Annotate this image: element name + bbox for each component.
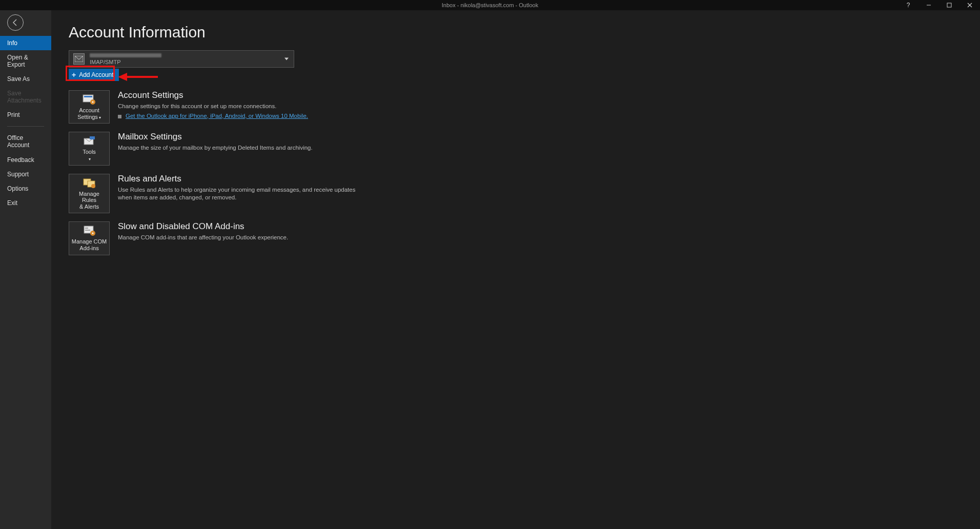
account-settings-tile[interactable]: Account Settings▾ — [69, 90, 110, 124]
svg-point-13 — [91, 184, 95, 188]
tools-tile-label: Tools▾ — [83, 149, 96, 161]
nav-divider — [7, 126, 44, 127]
nav-info[interactable]: Info — [0, 36, 51, 50]
com-addins-tile-label: Manage COM Add-ins — [72, 238, 107, 251]
tools-icon — [82, 135, 96, 147]
window-title: Inbox - nikola@stivasoft.com - Outlook — [442, 2, 538, 8]
minimize-button[interactable] — [918, 0, 939, 10]
help-button[interactable]: ? — [898, 0, 918, 10]
annotation-arrow — [118, 73, 158, 81]
section-desc-account-settings: Change settings for this account or set … — [118, 103, 364, 111]
com-addins-tile[interactable]: Manage COM Add-ins — [69, 221, 110, 255]
svg-rect-10 — [90, 136, 95, 139]
svg-rect-6 — [84, 96, 92, 97]
section-desc-mailbox: Manage the size of your mailbox by empty… — [118, 144, 364, 152]
nav-save-as[interactable]: Save As — [0, 72, 51, 86]
nav-support[interactable]: Support — [0, 167, 51, 181]
rules-alerts-tile[interactable]: Manage Rules & Alerts — [69, 174, 110, 214]
nav-options[interactable]: Options — [0, 181, 51, 196]
add-account-button[interactable]: + Add Account — [69, 69, 119, 81]
account-type: IMAP/SMTP — [90, 59, 161, 65]
bullet-icon — [118, 115, 121, 118]
section-title-mailbox: Mailbox Settings — [118, 132, 364, 142]
section-title-com: Slow and Disabled COM Add-ins — [118, 221, 364, 232]
close-button[interactable] — [959, 0, 980, 10]
svg-point-18 — [92, 233, 94, 234]
content-area: Account Information IMAP/SMTP + Add Acco… — [51, 10, 980, 529]
back-button[interactable] — [7, 14, 24, 31]
nav-office-account[interactable]: Office Account — [0, 131, 51, 153]
nav-print[interactable]: Print — [0, 108, 51, 122]
rules-icon — [82, 177, 96, 189]
titlebar: Inbox - nikola@stivasoft.com - Outlook ? — [0, 0, 980, 10]
nav-open-export[interactable]: Open & Export — [0, 50, 51, 72]
nav-save-attachments: Save Attachments — [0, 86, 51, 108]
svg-rect-15 — [85, 228, 88, 229]
nav-exit[interactable]: Exit — [0, 196, 51, 210]
outlook-app-link[interactable]: Get the Outlook app for iPhone, iPad, An… — [126, 113, 308, 119]
svg-point-8 — [92, 101, 94, 103]
account-settings-tile-label: Account Settings▾ — [77, 107, 101, 120]
svg-rect-1 — [947, 3, 951, 7]
account-email-redacted — [90, 53, 161, 57]
settings-icon — [82, 94, 96, 105]
add-account-label: Add Account — [79, 71, 113, 78]
page-title: Account Information — [69, 24, 963, 41]
nav-feedback[interactable]: Feedback — [0, 153, 51, 167]
plus-icon: + — [72, 71, 76, 78]
chevron-down-icon — [284, 58, 289, 60]
tools-tile[interactable]: Tools▾ — [69, 132, 110, 165]
section-desc-com: Manage COM add-ins that are affecting yo… — [118, 234, 364, 242]
maximize-button[interactable] — [939, 0, 959, 10]
section-desc-rules: Use Rules and Alerts to help organize yo… — [118, 186, 364, 202]
rules-alerts-tile-label: Manage Rules & Alerts — [71, 191, 107, 210]
svg-rect-16 — [85, 230, 90, 231]
backstage-sidebar: Info Open & Export Save As Save Attachme… — [0, 10, 51, 529]
section-title-account-settings: Account Settings — [118, 90, 364, 100]
addins-icon — [82, 225, 96, 236]
section-title-rules: Rules and Alerts — [118, 174, 364, 184]
account-dropdown[interactable]: IMAP/SMTP — [69, 50, 294, 68]
mail-icon — [73, 53, 85, 65]
